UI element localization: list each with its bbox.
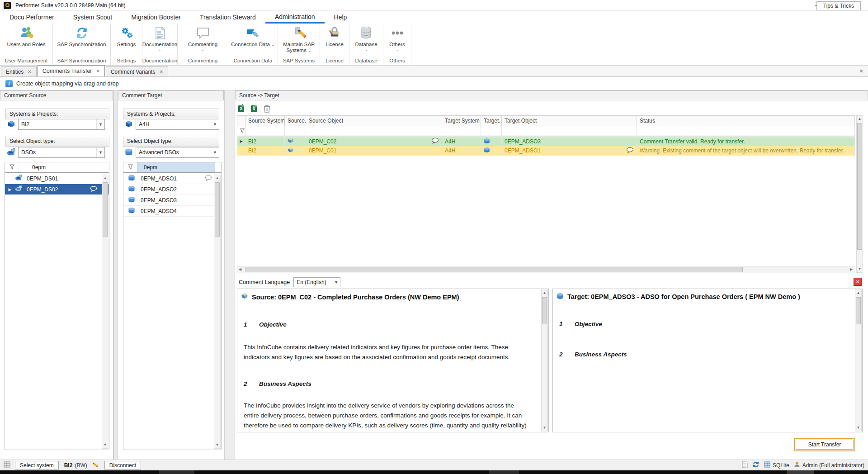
cell-target-system: A4H <box>442 137 481 146</box>
comment-language-select[interactable]: En (English) ▼ <box>293 277 340 287</box>
mapping-row-valid[interactable]: ▶ BI2 0EPM_C02 A4H 0EPM_ADSO3 Comment Tr… <box>237 137 855 146</box>
tab-comments-transfer[interactable]: Comments Transfer ✕ <box>38 65 105 76</box>
menu-administration[interactable]: Administration <box>265 11 325 24</box>
tips-and-tricks-button[interactable]: Tips & Tricks <box>816 1 861 10</box>
scroll-up-icon: ▲ <box>104 175 107 181</box>
source-system-select[interactable]: BI2 ▼ <box>18 119 105 130</box>
cell-source-system: BI2 <box>245 146 285 156</box>
tree-item-label: 0EPM_DS01 <box>27 175 58 182</box>
list-item-label: 0EPM_ADSO2 <box>141 186 177 193</box>
mapping-panel-header: Source -> Target <box>235 90 868 100</box>
chevron-down-icon: ▼ <box>211 147 219 157</box>
source-preview-scrollbar[interactable]: ▲ ▼ <box>541 289 548 431</box>
ribbon-button-label: SAP Synchronization <box>57 42 106 47</box>
object-type-label: Select Object type: <box>5 136 109 147</box>
disconnect-button[interactable]: Disconnect <box>104 461 141 469</box>
scroll-left-icon: ◀ <box>239 266 241 273</box>
col-status[interactable]: Status <box>637 116 855 126</box>
list-item-0epm-adso1[interactable]: 0EPM_ADSO1 <box>123 173 221 184</box>
tree-item-0epm-ds02[interactable]: ▶ 0EPM_DS02 <box>5 184 109 195</box>
close-icon[interactable]: ✕ <box>859 68 863 74</box>
close-preview-button[interactable]: ✕ <box>854 278 862 286</box>
menu-help[interactable]: Help <box>325 11 357 24</box>
ribbon-group-database: Database⌄ Database <box>349 24 383 65</box>
filter-funnel-icon <box>123 164 137 171</box>
list-item-0epm-adso2[interactable]: 0EPM_ADSO2 <box>123 184 221 195</box>
database-button[interactable]: Database⌄ <box>349 24 383 57</box>
user-icon <box>794 461 800 469</box>
edit-pencil-icon[interactable] <box>92 461 99 469</box>
source-filter-row[interactable]: 0epm <box>5 162 109 173</box>
source-object-type-select[interactable]: DSOs ▼ <box>18 147 105 158</box>
list-item-0epm-adso4[interactable]: 0EPM_ADSO4 <box>123 206 221 217</box>
col-source-object[interactable]: Source Object <box>306 116 442 126</box>
source-system-value: BI2 <box>21 121 29 128</box>
expand-arrow-icon[interactable]: ▶ <box>240 139 243 143</box>
menu-migration-booster[interactable]: Migration Booster <box>122 11 190 24</box>
ribbon-group-sap-systems: Maintain SAP Systems ⌄ SAP Systems <box>278 24 320 65</box>
object-type-label: Select Object type: <box>123 136 219 147</box>
ribbon-group-caption: Documentation <box>142 57 177 65</box>
cell-target-object: 0EPM_ADSO1 <box>505 147 541 154</box>
license-button[interactable]: License <box>320 24 349 57</box>
col-source-system[interactable]: Source System <box>245 116 285 126</box>
report-page-icon[interactable] <box>742 461 748 469</box>
cube-icon <box>288 148 294 155</box>
commenting-button[interactable]: Commenting⌄ <box>178 24 228 57</box>
gears-icon <box>119 25 134 41</box>
menu-docu-performer[interactable]: Docu Performer <box>0 11 64 24</box>
menu-translation-steward[interactable]: Translation Steward <box>190 11 265 24</box>
ribbon-group-caption: Others <box>389 57 405 65</box>
mapping-horizontal-scrollbar[interactable]: ◀ ▶ <box>237 266 854 273</box>
target-list-scrollbar[interactable]: ▲ ▼ <box>214 175 221 449</box>
expand-arrow-icon[interactable]: ▶ <box>5 187 15 192</box>
target-preview-scrollbar[interactable]: ▲ ▼ <box>855 289 862 431</box>
ribbon-button-label: Settings <box>117 42 136 47</box>
connection-data-button[interactable]: Connection Data ⌄ <box>228 24 278 57</box>
scroll-up-icon: ▲ <box>216 175 219 181</box>
excel-export-icon[interactable]: X <box>238 104 246 114</box>
start-transfer-button[interactable]: Start Transfer <box>796 440 854 450</box>
documentation-button[interactable]: Documentation⌄ <box>142 24 177 57</box>
sap-synchronization-button[interactable]: SAP Synchronization <box>53 24 110 57</box>
source-tree-scrollbar[interactable]: ▲ ▼ <box>102 175 108 449</box>
target-system-value: A4H <box>139 121 149 128</box>
maintain-sap-systems-button[interactable]: Maintain SAP Systems ⌄ <box>278 24 320 57</box>
delete-trash-icon[interactable] <box>263 104 271 114</box>
col-target-type[interactable]: Target... <box>481 116 502 126</box>
mapping-row-warning[interactable]: BI2 0EPM_C01 A4H 0EPM_ADSO1 Warning. Exi… <box>237 146 855 156</box>
ribbon-group-connection-data: Connection Data ⌄ Connection Data <box>228 24 278 65</box>
tab-entities[interactable]: Entities ✕ <box>1 66 37 76</box>
close-icon[interactable]: ✕ <box>159 69 163 74</box>
list-item-0epm-adso3[interactable]: 0EPM_ADSO3 <box>123 195 221 206</box>
tab-comment-variants[interactable]: Comment Variants ✕ <box>106 66 168 76</box>
cube-icon <box>241 293 248 301</box>
comment-target-panel: Comment Target Systems & Projects: A4H ▼… <box>118 90 224 460</box>
col-target-system[interactable]: Target System <box>442 116 481 126</box>
tree-item-0epm-ds01[interactable]: 0EPM_DS01 <box>5 173 109 184</box>
ribbon-button-label: Connection Data <box>231 42 270 47</box>
adso-cylinder-icon <box>125 148 133 157</box>
mapping-filter-row[interactable] <box>237 126 855 137</box>
users-and-roles-button[interactable]: Users and Roles <box>0 24 52 57</box>
others-button[interactable]: Others⌄ <box>383 24 411 57</box>
target-system-select[interactable]: A4H ▼ <box>136 119 219 130</box>
settings-button[interactable]: Settings <box>111 24 142 57</box>
col-target-object[interactable]: Target Object <box>502 116 637 126</box>
source-target-splitter[interactable] <box>113 90 118 460</box>
target-filter-row[interactable]: 0epm <box>123 162 221 173</box>
tab-label: Comments Transfer <box>42 68 92 74</box>
mapping-vertical-scrollbar[interactable]: ▲ ▼ <box>856 115 863 273</box>
refresh-icon[interactable] <box>752 461 760 469</box>
menu-system-scout[interactable]: System Scout <box>64 11 122 24</box>
excel-import-icon[interactable]: X <box>250 104 259 114</box>
chevron-down-icon: ⌄ <box>308 48 311 53</box>
target-mapping-splitter[interactable] <box>224 90 235 460</box>
comment-language-label: Comment Language <box>239 279 290 285</box>
cell-source-system: BI2 <box>245 137 285 146</box>
close-icon[interactable]: ✕ <box>96 69 100 74</box>
target-object-type-select[interactable]: Advanced DSOs ▼ <box>136 147 219 158</box>
col-source-type[interactable]: Source... <box>285 116 306 126</box>
close-icon[interactable]: ✕ <box>28 69 31 74</box>
select-system-button[interactable]: Select system <box>15 461 59 469</box>
